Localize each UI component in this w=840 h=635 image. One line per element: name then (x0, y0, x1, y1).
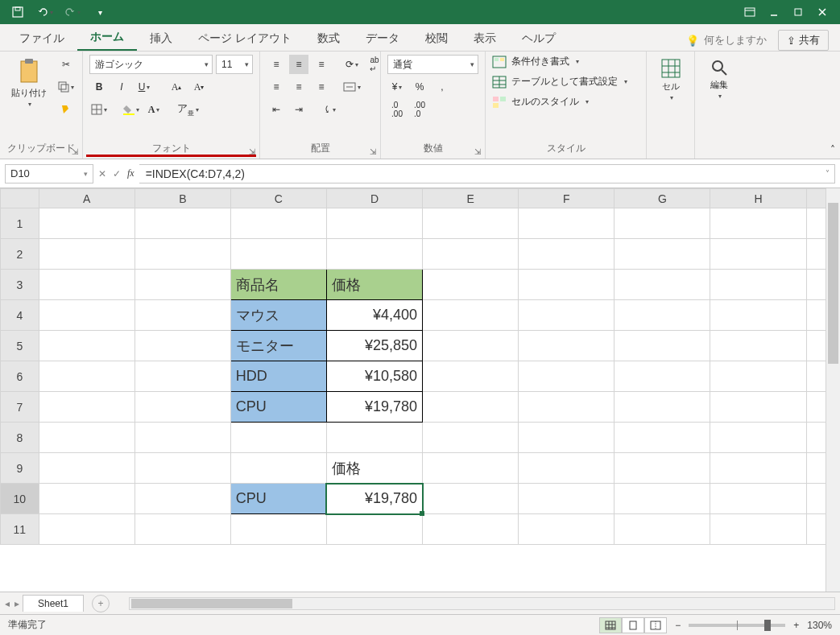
cell[interactable]: ¥19,780 (326, 392, 422, 423)
phonetic-icon[interactable]: ア亜 (176, 100, 200, 119)
tab-page-layout[interactable]: ページ レイアウト (185, 27, 304, 51)
zoom-level[interactable]: 130% (807, 620, 832, 631)
undo-icon[interactable] (34, 2, 56, 22)
font-size-select[interactable]: 11 (216, 55, 253, 74)
zoom-slider[interactable] (689, 624, 785, 627)
col-header[interactable]: F (519, 189, 614, 208)
format-as-table-button[interactable]: テーブルとして書式設定 (492, 75, 627, 89)
merge-icon[interactable] (342, 77, 362, 97)
borders-icon[interactable] (89, 100, 109, 119)
row-header[interactable]: 8 (1, 423, 39, 453)
grow-font-icon[interactable]: A▴ (167, 77, 186, 97)
sheet-nav-prev-icon[interactable]: ◂ (5, 598, 10, 609)
align-right-icon[interactable]: ≡ (312, 77, 331, 97)
percent-icon[interactable]: % (410, 77, 429, 97)
page-layout-view-icon[interactable] (622, 617, 644, 633)
comma-icon[interactable]: , (432, 77, 452, 97)
paste-button[interactable]: 貼り付け (6, 55, 52, 111)
redo-icon[interactable] (61, 2, 84, 22)
number-format-select[interactable]: 通貨 (387, 55, 478, 74)
accounting-format-icon[interactable]: ¥ (387, 77, 407, 97)
col-header[interactable]: G (614, 189, 710, 208)
cell[interactable]: 商品名 (230, 270, 326, 300)
cell[interactable]: HDD (230, 361, 326, 392)
formula-input[interactable]: =INDEX(C4:D7,4,2) (139, 164, 835, 183)
tab-formulas[interactable]: 数式 (304, 27, 353, 51)
tab-home[interactable]: ホーム (77, 25, 137, 51)
underline-button[interactable]: U (134, 77, 154, 97)
select-all-corner[interactable] (1, 189, 39, 208)
sheet-nav-next-icon[interactable]: ▸ (14, 598, 19, 609)
cell[interactable]: ¥25,850 (326, 331, 422, 361)
cancel-icon[interactable]: ✕ (98, 168, 106, 179)
tab-review[interactable]: 校閲 (412, 27, 461, 51)
zoom-in-icon[interactable]: + (793, 620, 799, 631)
tab-view[interactable]: 表示 (461, 27, 509, 51)
row-header[interactable]: 4 (1, 300, 39, 331)
dialog-launcher-icon[interactable]: ⇲ (246, 146, 258, 157)
cell[interactable]: ¥10,580 (326, 361, 422, 392)
minimize-icon[interactable] (763, 2, 785, 22)
maximize-icon[interactable] (787, 2, 809, 22)
cell[interactable]: モニター (230, 331, 326, 361)
shrink-font-icon[interactable]: A▾ (189, 77, 209, 97)
tab-data[interactable]: データ (353, 27, 412, 51)
dialog-launcher-icon[interactable]: ⇲ (69, 146, 81, 157)
cell[interactable]: ¥4,400 (326, 300, 422, 331)
row-header[interactable]: 11 (1, 514, 39, 545)
font-name-select[interactable]: 游ゴシック (89, 55, 213, 74)
add-sheet-icon[interactable]: + (92, 595, 110, 612)
align-top-icon[interactable]: ≡ (267, 55, 286, 74)
format-painter-icon[interactable] (56, 100, 76, 119)
close-icon[interactable] (811, 2, 834, 22)
tab-file[interactable]: ファイル (6, 27, 77, 51)
qat-customize-icon[interactable]: ▾ (89, 2, 111, 22)
bold-button[interactable]: B (89, 77, 109, 97)
row-header[interactable]: 2 (1, 239, 39, 270)
col-header[interactable]: E (423, 189, 519, 208)
sheet-tab[interactable]: Sheet1 (23, 595, 84, 612)
tell-me-search[interactable]: 💡 何をしますか (686, 33, 767, 47)
conditional-format-button[interactable]: 条件付き書式 (492, 55, 627, 68)
worksheet-grid[interactable]: A B C D E F G H 1 2 3商品名価格 4マウス¥4,400 5モ… (0, 188, 840, 592)
row-header[interactable]: 9 (1, 453, 39, 484)
row-header[interactable]: 7 (1, 392, 39, 423)
increase-decimal-icon[interactable]: .0.00 (387, 100, 407, 119)
cell[interactable]: マウス (230, 300, 326, 331)
row-header[interactable]: 6 (1, 361, 39, 392)
orientation-icon[interactable]: ⟳ (342, 55, 362, 74)
horizontal-scrollbar[interactable] (129, 597, 835, 610)
col-header[interactable]: D (326, 189, 422, 208)
cut-icon[interactable]: ✂ (56, 55, 76, 74)
decrease-decimal-icon[interactable]: .00.0 (410, 100, 429, 119)
normal-view-icon[interactable] (599, 617, 622, 633)
dialog-launcher-icon[interactable]: ⇲ (472, 146, 483, 157)
col-header[interactable]: H (710, 189, 806, 208)
increase-indent-icon[interactable]: ⇥ (289, 100, 308, 119)
share-button[interactable]: ⇪ 共有 (778, 30, 829, 51)
italic-button[interactable]: I (112, 77, 131, 97)
ribbon-display-icon[interactable] (739, 2, 761, 22)
cell[interactable]: 価格 (326, 453, 422, 484)
cell[interactable]: 価格 (326, 270, 422, 300)
col-header[interactable]: B (134, 189, 230, 208)
cell[interactable]: CPU (230, 392, 326, 423)
enter-icon[interactable]: ✓ (113, 168, 121, 179)
page-break-view-icon[interactable] (644, 617, 667, 633)
align-bottom-icon[interactable]: ≡ (312, 55, 331, 74)
cell-styles-button[interactable]: セルのスタイル (492, 95, 627, 109)
save-icon[interactable] (6, 2, 29, 22)
row-header[interactable]: 3 (1, 270, 39, 300)
fx-icon[interactable]: fx (127, 167, 134, 179)
vertical-scrollbar[interactable] (826, 188, 840, 592)
col-header[interactable]: A (39, 189, 134, 208)
copy-icon[interactable] (56, 77, 76, 97)
row-header[interactable]: 5 (1, 331, 39, 361)
row-header[interactable]: 1 (1, 208, 39, 239)
align-center-icon[interactable]: ≡ (289, 77, 308, 97)
col-header[interactable]: C (230, 189, 326, 208)
editing-button[interactable]: 編集 (705, 55, 734, 103)
collapse-ribbon-icon[interactable]: ˄ (830, 144, 835, 155)
fill-color-icon[interactable] (122, 100, 141, 119)
align-middle-icon[interactable]: ≡ (289, 55, 308, 74)
